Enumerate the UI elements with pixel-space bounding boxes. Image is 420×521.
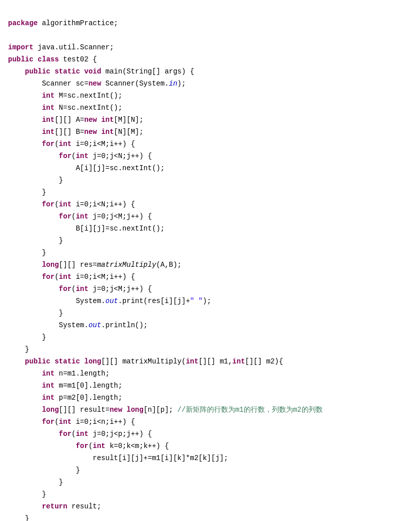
indent-4	[8, 104, 42, 112]
indent-21	[8, 442, 76, 450]
for1-cond: (	[54, 140, 58, 148]
close-brace-9: }	[8, 478, 63, 486]
type-int-17: int	[42, 394, 54, 402]
indent-6	[8, 128, 42, 136]
return-val: result;	[67, 502, 101, 510]
type-int-20: int	[93, 442, 105, 450]
type-int-12: int	[76, 285, 88, 293]
str-space: " "	[190, 297, 202, 305]
indent-17	[8, 394, 42, 402]
main-sig: main(String[] args) {	[101, 67, 194, 76]
type-long-4: long	[126, 406, 144, 414]
a-init	[97, 116, 101, 124]
for9-cond: (	[89, 442, 93, 450]
indent-8	[8, 152, 59, 160]
keyword-return: return	[42, 502, 67, 510]
type-int-9: int	[59, 200, 72, 208]
keyword-for-9: for	[76, 442, 88, 450]
indent-19	[8, 418, 42, 426]
b-dims: [N][M];	[114, 128, 144, 136]
close-brace-11: }	[8, 514, 29, 521]
indent-12	[8, 273, 42, 281]
indent-20	[8, 430, 59, 438]
field-out-1: out	[105, 297, 118, 305]
keyword-for-2: for	[59, 152, 72, 160]
indent-11	[8, 261, 42, 269]
a-decl: [][] A=	[54, 116, 84, 124]
result-dims: [n][p];	[144, 406, 177, 414]
matmul-p2: [][] m2){	[245, 357, 284, 365]
type-int-6: int	[101, 128, 114, 136]
println-end: .println();	[101, 321, 148, 329]
type-int-14: int	[232, 357, 245, 365]
space-1	[33, 55, 37, 63]
matmul-sig: [][] matrixMultiply(	[101, 357, 186, 365]
print-call: .print(res[i][j]+	[118, 297, 190, 305]
for5-body: i=0;i<M;i++) {	[72, 273, 135, 281]
for7-cond: (	[54, 418, 58, 426]
keyword-for-3: for	[42, 200, 54, 208]
type-int-3: int	[42, 116, 54, 124]
indent-15	[8, 369, 42, 378]
matmul-p1: [][] m1,	[198, 357, 232, 365]
type-int-18: int	[59, 418, 72, 426]
indent-14	[8, 357, 25, 365]
import-path: java.util.Scanner;	[33, 43, 114, 51]
indent-3	[8, 92, 42, 100]
b-decl: [][] B=	[54, 128, 84, 136]
keyword-for-1: for	[42, 140, 54, 148]
indent-2: Scanner sc=	[8, 80, 89, 88]
println-call: System.	[8, 321, 89, 329]
type-int-4: int	[101, 116, 114, 124]
for7-body: i=0;i<n;i++) {	[72, 418, 135, 426]
p-local-decl: p=m2[0].length;	[54, 394, 122, 402]
res-decl: [][] res=	[59, 261, 97, 269]
type-int-2: int	[42, 104, 54, 112]
keyword-new-3: new	[84, 128, 97, 136]
type-long-1: long	[42, 261, 59, 269]
indent-18	[8, 406, 42, 414]
keyword-for-8: for	[59, 430, 72, 438]
print-end: );	[203, 297, 212, 305]
space-3	[80, 67, 84, 76]
keyword-new-2: new	[84, 116, 97, 124]
b-assign: B[i][j]=sc.nextInt();	[8, 225, 165, 233]
keyword-for-6: for	[59, 285, 72, 293]
close-brace-4: }	[8, 249, 46, 257]
keyword-public-1: public	[8, 55, 33, 63]
keyword-for-5: for	[42, 273, 54, 281]
res-args: (A,B);	[156, 261, 181, 269]
type-long-3: long	[42, 406, 59, 414]
m-local-decl: m=m1[0].length;	[54, 382, 122, 390]
keyword-public-2: public	[25, 67, 50, 76]
for2-body: j=0;j<N;j++) {	[89, 152, 152, 160]
b-init	[97, 128, 101, 136]
type-int-16: int	[42, 382, 54, 390]
for4-body: j=0;j<M;j++) {	[89, 212, 152, 220]
method-matmul-call: matrixMultiply	[97, 261, 156, 269]
close-brace-8: }	[8, 466, 80, 474]
a-dims: [M][N];	[114, 116, 144, 124]
keyword-for-4: for	[59, 212, 72, 220]
m-decl: M=sc.nextInt();	[54, 92, 122, 100]
keyword-new-1: new	[89, 80, 101, 88]
return-stmt	[8, 502, 42, 510]
space-5	[80, 357, 84, 365]
for1-body: i=0;i<M;i++) {	[72, 140, 135, 148]
for5-cond: (	[54, 273, 58, 281]
close-brace-3: }	[8, 237, 63, 245]
n-decl: N=sc.nextInt();	[54, 104, 122, 112]
type-int-11: int	[59, 273, 72, 281]
type-int-8: int	[76, 152, 88, 160]
close-brace-6: }	[8, 333, 46, 341]
close-brace-10: }	[8, 490, 46, 498]
code-editor: package algorithmPractice; import java.u…	[8, 5, 412, 521]
keyword-class: class	[38, 55, 59, 63]
package-name: algorithmPractice;	[38, 19, 118, 27]
scanner-init: Scanner(System.	[101, 80, 169, 88]
type-int-7: int	[59, 140, 72, 148]
class-name: test02 {	[59, 55, 97, 63]
comment-1: //新矩阵的行数为m1的行数，列数为m2的列数	[177, 406, 322, 414]
for3-body: i=0;i<N;i++) {	[72, 200, 135, 208]
field-in: in	[169, 80, 177, 88]
